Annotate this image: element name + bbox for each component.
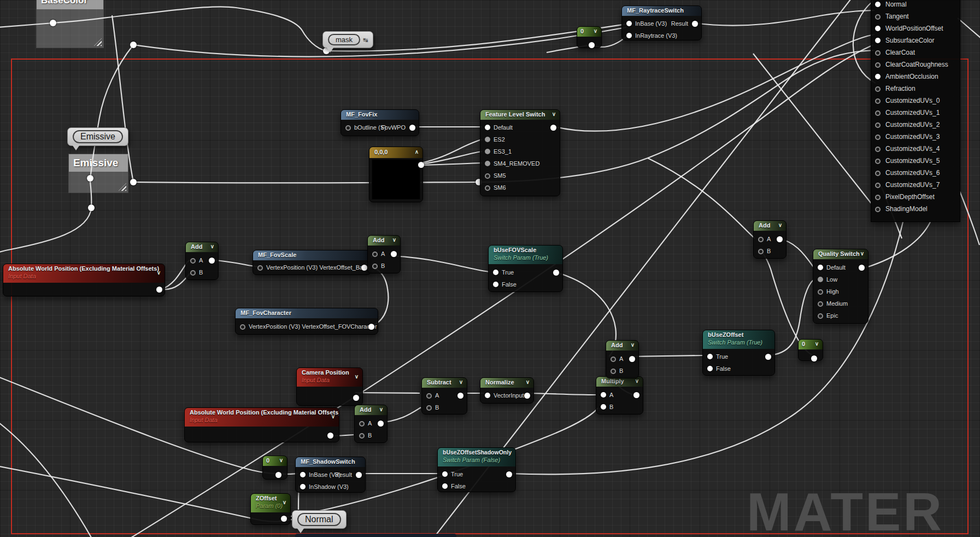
input-pin[interactable] xyxy=(758,249,764,254)
output-pin[interactable] xyxy=(209,258,215,264)
node-buse-fov-scale[interactable]: bUseFOVScale Switch Param (True) True Fa… xyxy=(488,245,563,292)
chevron-down-icon[interactable]: ∨ xyxy=(283,499,286,506)
output-property-pin[interactable] xyxy=(875,38,881,43)
chevron-down-icon[interactable]: ∨ xyxy=(815,340,819,347)
chevron-down-icon[interactable]: ∨ xyxy=(631,341,635,348)
input-pin[interactable] xyxy=(626,21,632,26)
output-pin[interactable] xyxy=(777,236,783,242)
input-pin[interactable] xyxy=(359,421,365,427)
output-pin[interactable] xyxy=(281,516,287,522)
output-property-pin[interactable] xyxy=(875,207,881,212)
output-property-pin[interactable] xyxy=(875,135,881,140)
comment-box-basecolor[interactable]: BaseColor xyxy=(36,0,104,48)
node-constant-vector-000[interactable]: 0,0,0 ∧ xyxy=(369,147,423,202)
node-absolute-world-position[interactable]: Absolute World Position (Excluding Mater… xyxy=(184,407,339,442)
input-pin[interactable] xyxy=(240,324,245,330)
output-pin[interactable] xyxy=(391,251,397,257)
output-property-pin[interactable] xyxy=(875,86,881,92)
reroute-dot[interactable] xyxy=(130,42,137,48)
chevron-down-icon[interactable]: ∨ xyxy=(860,250,864,257)
input-pin[interactable] xyxy=(493,270,498,275)
input-pin[interactable] xyxy=(758,237,764,242)
node-mf-raytrace-switch[interactable]: MF_RaytraceSwitch InBase (V3) Result InR… xyxy=(621,5,702,40)
node-buse-zoffset-shadow-only[interactable]: bUseZOffsetShadowOnly Switch Param (Fals… xyxy=(437,447,516,492)
input-pin[interactable] xyxy=(626,33,632,38)
input-pin[interactable] xyxy=(601,392,606,398)
output-property-pin[interactable] xyxy=(875,171,881,176)
output-pin[interactable] xyxy=(368,324,374,330)
node-zoffset-param[interactable]: ZOffset Param (0) ∨ xyxy=(250,493,291,525)
node-quality-switch[interactable]: Quality Switch ∨ Default Low High Medium… xyxy=(813,249,868,324)
input-pin[interactable] xyxy=(485,173,490,179)
output-pin[interactable] xyxy=(553,270,559,276)
node-constant-0[interactable]: 0 ∨ xyxy=(798,339,823,361)
node-mf-fovscale[interactable]: MF_FovScale VertexPosition (V3) VertexOf… xyxy=(253,250,371,275)
node-add[interactable]: Add ∨ A B xyxy=(753,220,787,259)
chevron-down-icon[interactable]: ∨ xyxy=(157,269,161,276)
output-property-pin[interactable] xyxy=(875,26,881,31)
input-pin[interactable] xyxy=(707,366,713,371)
chevron-down-icon[interactable]: ∨ xyxy=(552,110,556,118)
input-pin[interactable] xyxy=(190,258,196,264)
input-pin[interactable] xyxy=(426,393,432,399)
comment-box-emissive[interactable]: Emissive xyxy=(68,154,128,193)
output-property-pin[interactable] xyxy=(875,183,881,188)
input-pin[interactable] xyxy=(611,369,616,374)
named-reroute-emissive[interactable]: Emissive xyxy=(67,127,128,146)
output-pin[interactable] xyxy=(506,471,512,477)
output-pin[interactable] xyxy=(633,392,639,398)
output-pin[interactable] xyxy=(327,433,333,439)
output-pin[interactable] xyxy=(418,162,424,168)
output-property-pin[interactable] xyxy=(875,74,881,79)
node-subtract[interactable]: Subtract ∨ A B xyxy=(421,377,467,415)
reroute-dot[interactable] xyxy=(50,20,56,26)
node-constant-0[interactable]: 0 ∨ xyxy=(577,26,602,48)
chevron-down-icon[interactable]: ∨ xyxy=(279,457,283,464)
input-pin[interactable] xyxy=(601,404,606,410)
reroute-dot[interactable] xyxy=(87,175,93,182)
output-pin[interactable] xyxy=(859,265,865,271)
output-property-pin[interactable] xyxy=(875,14,881,20)
node-multiply[interactable]: Multiply ∨ A B xyxy=(596,376,643,415)
input-pin[interactable] xyxy=(300,472,306,477)
input-pin[interactable] xyxy=(485,137,490,142)
input-pin[interactable] xyxy=(442,483,448,489)
output-property-pin[interactable] xyxy=(875,2,881,7)
output-pin[interactable] xyxy=(275,472,281,478)
node-feature-level-switch[interactable]: Feature Level Switch ∨ Default ES2 ES3_1… xyxy=(480,109,560,196)
node-add[interactable]: Add ∨ A B xyxy=(367,235,401,273)
node-add[interactable]: Add ∨ A B xyxy=(185,242,219,280)
output-pin[interactable] xyxy=(811,355,817,361)
resize-handle-icon[interactable] xyxy=(94,38,102,46)
output-pin[interactable] xyxy=(550,125,556,131)
node-sliver[interactable] xyxy=(295,534,456,537)
material-output-node[interactable]: Normal Tangent WorldPositionOffset Subsu… xyxy=(871,0,960,222)
node-normalize[interactable]: Normalize ∨ VectorInput xyxy=(480,377,534,404)
node-buse-zoffset[interactable]: bUseZOffset Switch Param (True) True Fal… xyxy=(702,330,775,376)
input-pin[interactable] xyxy=(485,125,490,130)
input-pin[interactable] xyxy=(611,357,616,362)
input-pin[interactable] xyxy=(818,277,823,282)
node-absolute-world-position[interactable]: Absolute World Position (Excluding Mater… xyxy=(3,264,165,296)
output-property-pin[interactable] xyxy=(875,110,881,116)
output-property-pin[interactable] xyxy=(875,62,881,68)
output-property-pin[interactable] xyxy=(875,50,881,56)
input-pin[interactable] xyxy=(300,484,306,489)
output-pin[interactable] xyxy=(589,42,595,48)
output-property-pin[interactable] xyxy=(875,122,881,128)
reroute-dot[interactable] xyxy=(130,179,137,185)
input-pin[interactable] xyxy=(485,161,490,166)
chevron-down-icon[interactable]: ∨ xyxy=(355,373,359,380)
input-pin[interactable] xyxy=(818,301,823,307)
chevron-down-icon[interactable]: ∨ xyxy=(392,236,396,243)
chevron-down-icon[interactable]: ∨ xyxy=(210,243,214,250)
node-constant-0[interactable]: 0 ∨ xyxy=(262,456,287,480)
node-mf-fovfix[interactable]: MF_FovFix bOutline (S) FovWPO xyxy=(341,109,419,136)
output-pin[interactable] xyxy=(361,265,367,271)
jump-icon[interactable]: ↹ xyxy=(363,37,368,43)
chevron-down-icon[interactable]: ∨ xyxy=(526,378,530,386)
input-pin[interactable] xyxy=(359,433,365,439)
chevron-down-icon[interactable]: ∨ xyxy=(379,406,383,413)
output-pin[interactable] xyxy=(457,393,463,399)
chevron-down-icon[interactable]: ∨ xyxy=(331,413,335,420)
